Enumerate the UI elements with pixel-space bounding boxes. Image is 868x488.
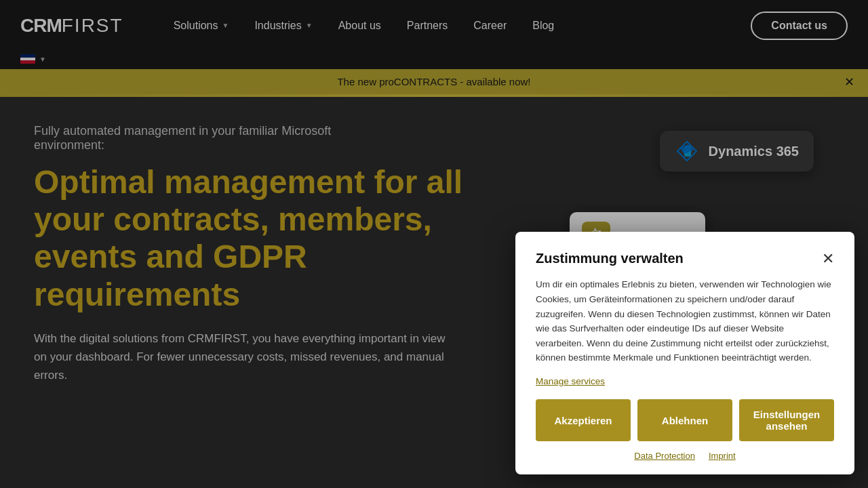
cookie-title: Zustimmung verwalten	[536, 251, 684, 266]
close-cookie-button[interactable]: ✕	[822, 251, 834, 266]
decline-button[interactable]: Ablehnen	[637, 399, 732, 441]
cookie-body-text: Um dir ein optimales Erlebnis zu bieten,…	[536, 277, 834, 365]
imprint-link[interactable]: Imprint	[709, 451, 736, 461]
settings-button[interactable]: Einstellungen ansehen	[739, 399, 834, 441]
cookie-header: Zustimmung verwalten ✕	[536, 251, 834, 266]
manage-services-link[interactable]: Manage services	[536, 376, 605, 386]
cookie-footer: Data Protection Imprint	[536, 451, 834, 461]
cookie-dialog: Zustimmung verwalten ✕ Um dir ein optima…	[515, 232, 854, 474]
accept-button[interactable]: Akzeptieren	[536, 399, 631, 441]
data-protection-link[interactable]: Data Protection	[634, 451, 695, 461]
cookie-buttons: Akzeptieren Ablehnen Einstellungen anseh…	[536, 399, 834, 441]
